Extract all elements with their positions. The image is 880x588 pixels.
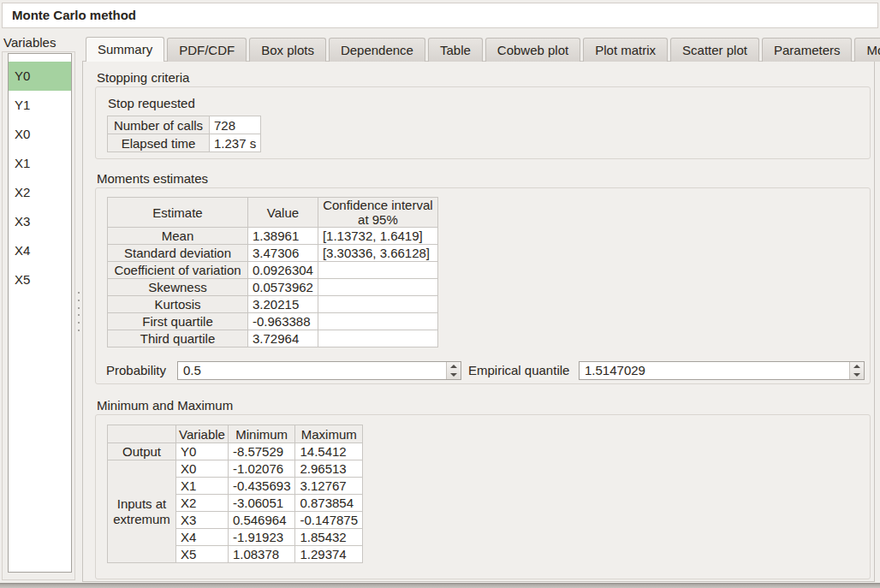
quantile-spin-buttons (849, 362, 864, 379)
stopping-criteria-group: Stop requested Number of calls 728 Elaps… (95, 86, 871, 159)
empirical-quantile-value[interactable]: 1.5147029 (580, 362, 849, 379)
splitter-handle[interactable] (77, 292, 80, 331)
tab-pdf-cdf[interactable]: PDF/CDF (167, 38, 247, 62)
table-row: First quartile -0.963388 (108, 313, 438, 330)
moments-estimates-title: Moments estimates (97, 171, 208, 186)
table-row: Third quartile 3.72964 (108, 330, 438, 347)
table-row: Number of calls 728 (108, 116, 261, 134)
window-bottom-edge (0, 583, 880, 588)
table-row: Output Y0 -8.57529 14.5412 (108, 443, 363, 460)
table-header-row: Estimate Value Confidence interval at 95… (108, 198, 438, 228)
probability-value[interactable]: 0.5 (178, 362, 446, 379)
variable-cell: Y0 (176, 443, 229, 460)
table-row: Inputs at extremum X0 -1.02076 2.96513 (108, 460, 363, 478)
variable-cell: X5 (176, 546, 229, 563)
spin-up-button[interactable] (447, 362, 461, 371)
moments-header-value: Value (248, 198, 318, 228)
estimate-label-cell: Skewness (108, 279, 248, 296)
maximum-cell: 3.12767 (295, 478, 363, 495)
sidebar-item-x3[interactable]: X3 (9, 207, 71, 236)
table-row: Elapsed time 1.237 s (108, 134, 261, 152)
estimate-value-cell: -0.963388 (248, 313, 318, 330)
tab-plot-matrix[interactable]: Plot matrix (583, 38, 668, 62)
maximum-cell: 1.85432 (295, 529, 363, 546)
variable-cell: X1 (176, 478, 229, 495)
probability-spin-buttons (446, 362, 461, 379)
estimate-label-cell: Kurtosis (108, 296, 248, 313)
sidebar-item-x0[interactable]: X0 (9, 120, 71, 149)
estimate-value-cell: 1.38961 (248, 228, 318, 245)
estimate-label-cell: Mean (108, 228, 248, 245)
maximum-cell: 2.96513 (295, 460, 363, 478)
estimate-label-cell: Coefficient of variation (108, 262, 248, 279)
stopping-row-label: Elapsed time (108, 134, 210, 152)
sidebar-item-y1[interactable]: Y1 (9, 91, 71, 120)
minimum-cell: -1.02076 (228, 460, 295, 478)
variables-label: Variables (3, 35, 56, 50)
stopping-row-label: Number of calls (108, 116, 210, 134)
table-row: Mean 1.38961 [1.13732, 1.6419] (108, 228, 438, 245)
table-row: Skewness 0.0573962 (108, 279, 438, 296)
tab-scatter-plot[interactable]: Scatter plot (670, 38, 759, 62)
sidebar-item-y0[interactable]: Y0 (9, 62, 71, 91)
minmax-header-empty (108, 425, 176, 443)
table-header-row: Variable Minimum Maximum (108, 425, 363, 443)
sidebar-item-x5[interactable]: X5 (9, 265, 71, 294)
inputs-group-cell: Inputs at extremum (108, 460, 176, 563)
output-group-cell: Output (108, 443, 176, 460)
minmax-table: Variable Minimum Maximum Output Y0 -8.57… (107, 425, 363, 563)
minmax-header-maximum: Maximum (295, 425, 363, 443)
minimum-maximum-title: Minimum and Maximum (97, 398, 233, 413)
estimate-ci-cell (318, 279, 437, 296)
probability-label: Probability (106, 361, 166, 380)
tab-pane-summary: Stopping criteria Stop requested Number … (82, 61, 875, 582)
maximum-cell: -0.147875 (295, 512, 363, 529)
sidebar-item-x1[interactable]: X1 (9, 149, 71, 178)
variable-cell: X3 (176, 512, 229, 529)
estimate-ci-cell (318, 262, 437, 279)
estimate-value-cell: 3.47306 (248, 245, 318, 262)
estimate-value-cell: 3.72964 (248, 330, 318, 347)
spin-down-button[interactable] (850, 371, 864, 379)
tab-summary[interactable]: Summary (86, 37, 164, 62)
minimum-cell: 1.08378 (228, 546, 295, 563)
empirical-quantile-label: Empirical quantile (468, 361, 569, 380)
minimum-cell: -0.435693 (228, 478, 295, 495)
tab-table[interactable]: Table (428, 38, 483, 62)
variable-cell: X2 (176, 495, 229, 512)
tab-model[interactable]: Model (854, 38, 880, 62)
moments-header-estimate: Estimate (108, 198, 248, 228)
window-title: Monte Carlo method (2, 3, 878, 28)
table-row: Coefficient of variation 0.0926304 (108, 262, 438, 279)
sidebar-item-x4[interactable]: X4 (9, 236, 71, 265)
stopping-table: Number of calls 728 Elapsed time 1.237 s (107, 116, 261, 152)
estimate-ci-cell: [3.30336, 3.66128] (318, 245, 437, 262)
minimum-maximum-group: Variable Minimum Maximum Output Y0 -8.57… (95, 414, 871, 579)
minimum-cell: 0.546964 (228, 512, 295, 529)
estimate-label-cell: Third quartile (108, 330, 248, 347)
moments-table: Estimate Value Confidence interval at 95… (107, 197, 438, 347)
minimum-cell: -1.91923 (228, 529, 295, 546)
moments-estimates-group: Estimate Value Confidence interval at 95… (95, 187, 871, 384)
sidebar-item-x2[interactable]: X2 (9, 178, 71, 207)
tab-box-plots[interactable]: Box plots (249, 38, 326, 62)
tab-cobweb-plot[interactable]: Cobweb plot (485, 38, 580, 62)
variable-cell: X4 (176, 529, 229, 546)
estimate-label-cell: Standard deviation (108, 245, 248, 262)
tab-dependence[interactable]: Dependence (329, 38, 425, 62)
stopping-criteria-title: Stopping criteria (97, 70, 189, 85)
moments-header-confidence-interval: Confidence interval at 95% (318, 198, 437, 228)
minmax-header-minimum: Minimum (228, 425, 295, 443)
variables-list[interactable]: Y0 Y1 X0 X1 X2 X3 X4 X5 (8, 53, 72, 573)
spin-up-button[interactable] (850, 362, 864, 371)
stopping-row-value: 1.237 s (210, 134, 261, 152)
estimate-value-cell: 0.0926304 (248, 262, 318, 279)
estimate-value-cell: 0.0573962 (248, 279, 318, 296)
probability-spinbox[interactable]: 0.5 (177, 361, 461, 380)
tab-parameters[interactable]: Parameters (762, 38, 853, 62)
empirical-quantile-spinbox[interactable]: 1.5147029 (579, 361, 865, 380)
stopping-row-value: 728 (210, 116, 261, 134)
spin-down-button[interactable] (447, 371, 461, 379)
estimate-value-cell: 3.20215 (248, 296, 318, 313)
minimum-cell: -3.06051 (228, 495, 295, 512)
